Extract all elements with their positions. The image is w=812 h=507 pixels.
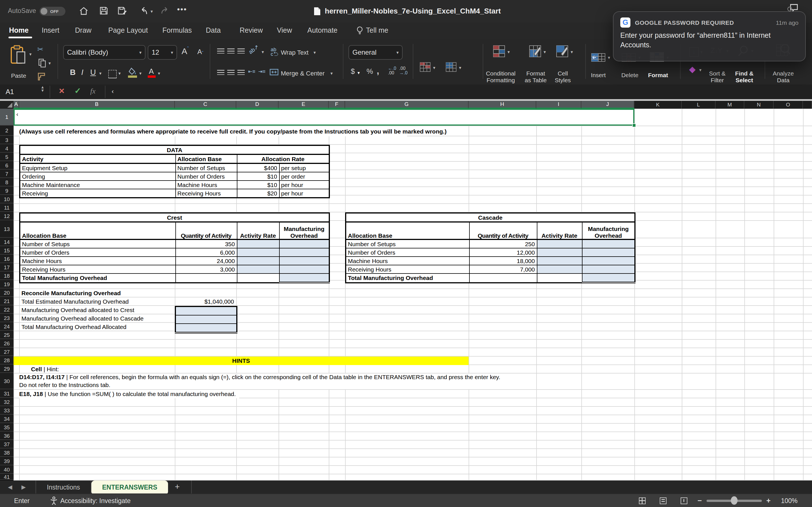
input-cell-c23[interactable] — [175, 315, 237, 324]
crest-table[interactable]: Crest Allocation BaseQuantity of Activit… — [19, 212, 330, 283]
table-row: Number of Setups250 — [346, 239, 635, 248]
notification-banner[interactable]: G GOOGLE PASSWORD REQUIRED 11m ago Enter… — [613, 11, 806, 61]
input-cell-j17[interactable] — [582, 265, 635, 274]
cascade-table[interactable]: Cascade Allocation BaseQuantity of Activ… — [345, 212, 636, 283]
hint-1: D14:D17, I14:I17 | For cell references, … — [19, 374, 477, 389]
table-row: OrderingNumber of Orders$10per order — [20, 172, 329, 180]
reconcile-row1-label[interactable]: Total Estimated Manufacturing Overhead — [21, 297, 129, 306]
input-cell-c22[interactable] — [175, 306, 237, 315]
input-cell-c24[interactable] — [175, 324, 237, 333]
excel-window: AutoSave OFF ▾ ••• herren_Miller-Nobles_… — [0, 0, 812, 507]
input-cell-i14[interactable] — [537, 239, 582, 248]
table-row: Receiving Hours3,000 — [20, 265, 329, 274]
data-table[interactable]: DATA ActivityAllocation BaseAllocation R… — [19, 145, 330, 198]
table-row: Equipment SetupNumber of Setups$400per s… — [20, 163, 329, 172]
notification-message: Enter your password for “aherren811” in … — [620, 31, 795, 50]
reconcile-title[interactable]: Reconcile Manufacturing Overhead — [21, 289, 121, 297]
input-cell-j15[interactable] — [582, 248, 635, 257]
table-row: Number of Orders6,000 — [20, 248, 329, 257]
hints-banner: HINTS — [13, 356, 469, 365]
reconcile-input-cells[interactable] — [175, 306, 238, 334]
hint-2: E18, J18 | Use the function =SUM( ) to c… — [19, 390, 239, 398]
fill-handle[interactable] — [632, 123, 636, 127]
google-icon: G — [620, 17, 630, 27]
table-row: Receiving Hours7,000 — [346, 265, 635, 274]
table-row: Machine Hours18,000 — [346, 257, 635, 265]
input-cell-e16[interactable] — [279, 257, 329, 265]
table-row: Machine Hours24,000 — [20, 257, 329, 265]
table-row: Total Manufacturing Overhead — [346, 274, 635, 283]
input-cell-d16[interactable] — [237, 257, 279, 265]
selected-cell-a1[interactable]: ‹ — [13, 109, 635, 126]
hints-header-row: Cell | Hint: — [31, 365, 59, 374]
input-cell-e15[interactable] — [279, 248, 329, 257]
cell-b2-note[interactable]: (Always use cell references and formulas… — [19, 126, 407, 136]
cascade-title: Cascade — [346, 213, 635, 222]
input-cell-i16[interactable] — [537, 257, 582, 265]
reconcile-row3-label[interactable]: Manufacturing Overhead allocated to Casc… — [21, 314, 144, 323]
input-cell-d14[interactable] — [237, 239, 279, 248]
data-table-title: DATA — [20, 145, 329, 154]
input-cell-j18[interactable] — [582, 274, 635, 283]
input-cell-d15[interactable] — [237, 248, 279, 257]
input-cell-j16[interactable] — [582, 257, 635, 265]
table-row: Total Manufacturing Overhead — [20, 274, 329, 283]
notification-source: GOOGLE PASSWORD REQUIRED — [635, 19, 734, 26]
input-cell-e14[interactable] — [279, 239, 329, 248]
table-row: Number of Orders12,000 — [346, 248, 635, 257]
reconcile-row4-label[interactable]: Total Manufacturing Overhead Allocated — [21, 323, 126, 331]
input-cell-i15[interactable] — [537, 248, 582, 257]
input-cell-d17[interactable] — [237, 265, 279, 274]
input-cell-e17[interactable] — [279, 265, 329, 274]
notification-time: 11m ago — [776, 19, 799, 26]
input-cell-e18[interactable] — [279, 274, 329, 283]
cell-c21-value[interactable]: $1,040,000 — [175, 297, 234, 306]
table-row: ReceivingReceiving Hours$20per hour — [20, 189, 329, 198]
reconcile-row2-label[interactable]: Manufacturing Overhead allocated to Cres… — [21, 306, 134, 314]
input-cell-j14[interactable] — [582, 239, 635, 248]
input-cell-i17[interactable] — [537, 265, 582, 274]
table-row: Number of Setups350 — [20, 239, 329, 248]
table-row: Machine MaintenanceMachine Hours$10per h… — [20, 180, 329, 189]
crest-title: Crest — [20, 213, 329, 222]
